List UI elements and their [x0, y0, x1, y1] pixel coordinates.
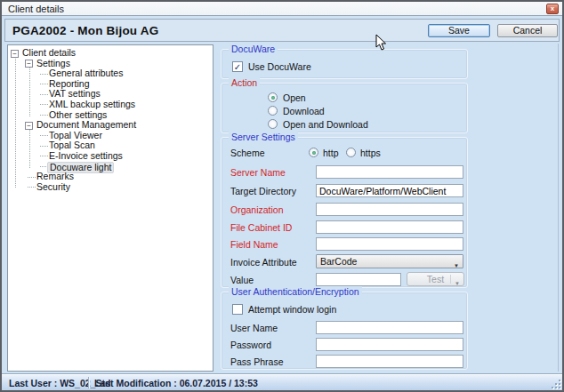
- value-label: Value: [230, 275, 254, 285]
- action-open-radio[interactable]: [268, 92, 278, 102]
- status-separator: [88, 377, 90, 388]
- tree-item-topal-viewer[interactable]: Topal Viewer: [8, 131, 213, 141]
- page-title: PGA2002 - Mon Bijou AG: [12, 24, 158, 37]
- close-button[interactable]: x: [546, 4, 559, 14]
- scheme-label: Scheme: [230, 148, 265, 158]
- attempt-window-login-label: Attempt window login: [248, 304, 336, 315]
- action-open-and-download-label: Open and Download: [283, 119, 368, 130]
- organization-label: Organization: [230, 204, 284, 215]
- target-directory-input[interactable]: [316, 184, 463, 197]
- action-group-title: Action: [229, 77, 260, 88]
- field-name-input[interactable]: [316, 237, 463, 251]
- organization-input[interactable]: [316, 203, 463, 216]
- docuware-group-title: DocuWare: [229, 44, 278, 54]
- last-modification-text: Last Modification : 06.07.2015 / 13:53: [94, 378, 258, 388]
- invoice-attribute-dropdown[interactable]: BarCode ▼: [316, 254, 463, 268]
- header-bar: PGA2002 - Mon Bijou AG Save Cancel: [4, 19, 560, 42]
- chevron-down-icon: ▼: [454, 260, 459, 272]
- scheme-https-label: https: [360, 148, 381, 158]
- resize-grip-icon[interactable]: [551, 379, 561, 389]
- action-group: Action Open Download Open and Download: [221, 83, 468, 133]
- server-name-input[interactable]: [316, 165, 463, 179]
- user-name-label: User Name: [230, 323, 278, 333]
- status-bar: Last User : WS_02_Std Last Modification …: [2, 374, 562, 390]
- target-directory-label: Target Directory: [230, 186, 296, 196]
- window-title: Client details: [8, 4, 64, 14]
- use-docuware-checkbox[interactable]: ✓: [232, 61, 243, 72]
- file-cabinet-id-input[interactable]: [316, 220, 463, 234]
- docuware-group: DocuWare ✓ Use DocuWare: [221, 49, 468, 79]
- action-download-label: Download: [283, 106, 325, 116]
- cancel-button[interactable]: Cancel: [497, 24, 558, 37]
- details-panel: DocuWare ✓ Use DocuWare Action Open Down…: [217, 44, 559, 372]
- tree-item-xml-backup-settings[interactable]: XML backup settings: [8, 100, 213, 110]
- scheme-http-radio[interactable]: [309, 148, 318, 157]
- user-authentication-group-title: User Authentication/Encryption: [229, 286, 362, 297]
- invoice-attribute-label: Invoice Attribute: [230, 257, 297, 268]
- expand-minus-icon[interactable]: −: [11, 50, 19, 58]
- scheme-https-radio[interactable]: [346, 148, 356, 157]
- field-name-label: Field Name: [230, 239, 278, 250]
- invoice-attribute-value: BarCode: [320, 256, 357, 267]
- chevron-down-icon: ▼: [455, 277, 460, 290]
- use-docuware-label: Use DocuWare: [248, 61, 311, 72]
- save-button[interactable]: Save: [428, 24, 490, 37]
- title-bar: Client details x: [2, 2, 562, 16]
- tree-item-e-invoice-settings[interactable]: E-Invoice settings: [8, 151, 213, 162]
- server-name-label: Server Name: [230, 167, 286, 178]
- value-input[interactable]: [316, 273, 401, 286]
- tree-item-security[interactable]: Security: [8, 182, 213, 193]
- user-authentication-group: User Authentication/Encryption Attempt w…: [221, 292, 468, 370]
- tree-item-reporting[interactable]: Reporting: [8, 79, 213, 90]
- scheme-http-label: http: [323, 148, 339, 158]
- attempt-window-login-checkbox[interactable]: [232, 304, 243, 315]
- tree-item-remarks[interactable]: Remarks: [8, 172, 213, 182]
- action-open-and-download-radio[interactable]: [268, 119, 278, 129]
- test-button[interactable]: Test ▼: [407, 272, 464, 286]
- tree-item-client-details[interactable]: − Client details: [8, 48, 213, 59]
- expand-minus-icon[interactable]: −: [25, 60, 33, 68]
- password-input[interactable]: [316, 338, 463, 351]
- file-cabinet-id-label: File Cabinet ID: [230, 222, 292, 233]
- action-open-label: Open: [283, 92, 306, 103]
- server-settings-group: Server Settings Scheme http https Server…: [221, 137, 468, 288]
- close-icon: x: [551, 4, 554, 12]
- tree-item-document-management[interactable]: − Document Management: [8, 120, 213, 131]
- expand-minus-icon[interactable]: −: [25, 122, 33, 130]
- action-download-radio[interactable]: [268, 106, 278, 116]
- pass-phrase-label: Pass Phrase: [230, 356, 284, 367]
- password-label: Password: [230, 340, 271, 350]
- pass-phrase-input[interactable]: [316, 355, 463, 368]
- navigation-tree: − Client details − Settings General attr…: [7, 44, 214, 372]
- client-details-window: Client details x PGA2002 - Mon Bijou AG …: [0, 0, 564, 392]
- server-settings-group-title: Server Settings: [229, 132, 298, 142]
- user-name-input[interactable]: [316, 321, 463, 334]
- tree-item-general-attributes[interactable]: General attributes: [8, 68, 213, 79]
